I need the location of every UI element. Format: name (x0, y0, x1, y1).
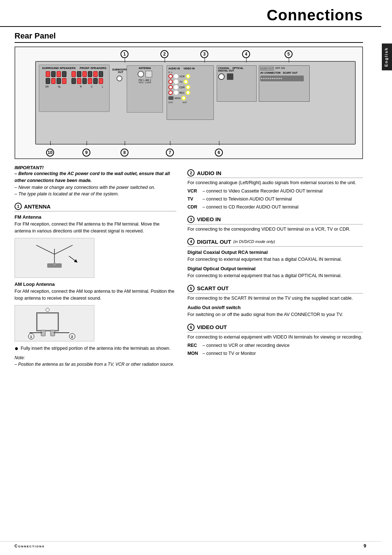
main-content: Rear Panel 1 2 3 4 5 SURROUND SPEAKERS F… (0, 27, 381, 378)
video-in-text: For connecting to the corresponding VIDE… (187, 226, 363, 233)
am-antenna-image: 1 2 (15, 305, 94, 341)
fm-antenna-image (15, 238, 94, 278)
tv-text: – connect to Television AUDIO OUT termin… (203, 197, 292, 202)
am-antenna-subtitle: AM Loop Antenna (15, 281, 176, 287)
video-in-num: 3 (187, 216, 195, 223)
section-digital-out-header: 4 DIGITAL OUT (in DVD/CD mode only) (187, 238, 363, 247)
section-video-out-header: 6 VIDEO OUT (187, 324, 363, 332)
section-video-in-header: 3 VIDEO IN (187, 216, 363, 224)
am-antenna-text: For AM reception, connect the AM loop an… (15, 288, 176, 302)
callout-1: 1 (121, 50, 128, 58)
svg-rect-17 (37, 313, 58, 330)
important-line-2: – Never make or change any connections w… (15, 184, 176, 191)
speaker-terminals: SURROUND SPEAKERS FRONT SPEAKERS (39, 65, 110, 112)
vcr-text: – connect to Video Cassette Recorder AUD… (203, 189, 323, 194)
callout-6: 6 (215, 149, 223, 157)
optical-subtitle: Digital Optical Output terminal (187, 266, 363, 271)
tv-item: TV – connect to Television AUDIO OUT ter… (187, 196, 363, 203)
video-in-title: VIDEO IN (197, 216, 221, 222)
coaxial-text: For connecting to external equipment tha… (187, 256, 363, 263)
video-out-num: 6 (187, 324, 195, 331)
fm-antenna-svg (22, 242, 87, 274)
note-text: – Position the antenna as far as possibl… (15, 361, 176, 368)
important-line-1: – Before connecting the AC power cord to… (15, 170, 176, 184)
rec-item: REC – connect to VCR or other recording … (187, 342, 363, 349)
vcr-item: VCR – connect to Video Cassette Recorder… (187, 188, 363, 195)
am-antenna-svg: 1 2 (15, 305, 94, 341)
fm-antenna-subtitle: FM Antenna (15, 214, 176, 220)
page-title: Connections (267, 7, 363, 24)
scart-out-num: 5 (187, 285, 195, 292)
cdr-label: CDR (187, 204, 201, 211)
bullet-item-antenna: ● Fully insert the stripped portion of t… (15, 345, 176, 352)
callout-7: 7 (166, 149, 174, 157)
cdr-text: – connect to CD Recorder AUDIO OUT termi… (203, 204, 298, 210)
footer-label: Connections (15, 544, 45, 548)
rec-text: – connect to VCR or other recording devi… (203, 343, 290, 348)
svg-point-14 (53, 263, 56, 266)
footer-page-number: 9 (364, 543, 367, 548)
callout-9: 9 (82, 149, 90, 157)
mon-label: MON (187, 350, 201, 357)
important-line-3: – The type plate is located at the rear … (15, 191, 176, 198)
audio-in-title: AUDIO IN (197, 170, 221, 176)
video-out-title: VIDEO OUT (197, 324, 227, 330)
callout-2: 2 (160, 50, 168, 58)
coaxial-subtitle: Digital Coaxial Output RCA terminal (187, 250, 363, 255)
page-header: Connections (0, 0, 381, 27)
section-scart-out-header: 5 SCART OUT (187, 285, 363, 293)
bullet-dot: ● (15, 345, 19, 352)
section-audio-in-header: 2 AUDIO IN (187, 169, 363, 178)
two-column-layout: IMPORTANT! – Before connecting the AC po… (15, 165, 363, 368)
antenna-num: 1 (15, 203, 22, 210)
scart-block: AUDIO OUT OFF ON AV CONNECTOR SCART OUT (259, 65, 310, 102)
note-label: Note: (15, 355, 176, 361)
mon-item: MON – connect to TV or Monitor (187, 350, 363, 357)
bullet-text: Fully insert the stripped portion of the… (21, 345, 171, 352)
digital-out-block: COAXIAL OPTICAL DIGITAL OUT (217, 65, 257, 102)
digital-out-subtitle: (in DVD/CD mode only) (233, 239, 275, 244)
language-tab: English (382, 44, 392, 70)
rear-panel-diagram: 1 2 3 4 5 SURROUND SPEAKERS FRONT SPEAKE… (15, 46, 363, 159)
callout-3: 3 (200, 50, 208, 58)
digital-out-num: 4 (187, 238, 195, 245)
svg-line-12 (36, 245, 54, 254)
digital-out-title: DIGITAL OUT (197, 239, 231, 245)
scart-out-text: For connecting to the SCART IN terminal … (187, 295, 363, 302)
antenna-title: ANTENNA (24, 203, 50, 210)
callout-10: 10 (46, 149, 54, 157)
important-title: IMPORTANT! (15, 165, 176, 170)
audio-in-text: For connecting analogue (Left/Right) aud… (187, 179, 363, 186)
panel-body: SURROUND SPEAKERS FRONT SPEAKERS (35, 61, 356, 145)
rear-panel-title: Rear Panel (15, 31, 363, 43)
cdr-item: CDR – connect to CD Recorder AUDIO OUT t… (187, 204, 363, 211)
callout-5: 5 (285, 50, 293, 58)
note-box: Note: – Position the antenna as far as p… (15, 355, 176, 368)
svg-line-15 (69, 256, 76, 262)
callout-8: 8 (121, 149, 128, 157)
diagram-inner: 1 2 3 4 5 SURROUND SPEAKERS FRONT SPEAKE… (15, 47, 362, 158)
fm-antenna-text: For FM reception, connect the FM antenna… (15, 221, 176, 235)
right-column: 2 AUDIO IN For connecting analogue (Left… (187, 165, 363, 368)
tv-label: TV (187, 196, 201, 203)
rec-label: REC (187, 342, 201, 349)
audio-in-num: 2 (187, 169, 195, 177)
page-footer: Connections 9 (0, 541, 381, 548)
vcr-label: VCR (187, 188, 201, 195)
audio-switch-text: For switching on or off the audio signal… (187, 311, 363, 318)
scart-out-title: SCART OUT (197, 285, 229, 291)
left-column: IMPORTANT! – Before connecting the AC po… (15, 165, 176, 368)
audio-video-in-block: AUDIO INVIDEO IN R L VCR TV (167, 65, 214, 120)
svg-text:2: 2 (71, 335, 73, 339)
important-box: IMPORTANT! – Before connecting the AC po… (15, 165, 176, 198)
callout-4: 4 (242, 50, 250, 58)
svg-text:1: 1 (30, 335, 32, 339)
svg-line-13 (54, 245, 73, 254)
optical-text: For connecting to external equipment tha… (187, 272, 363, 279)
audio-switch-subtitle: Audio Out on/off switch (187, 305, 363, 310)
video-out-text: For connecting to external equipment wit… (187, 334, 363, 341)
mon-text: – connect to TV or Monitor (203, 351, 256, 356)
svg-rect-16 (37, 313, 58, 331)
svg-point-26 (46, 308, 49, 312)
section-antenna-header: 1 ANTENNA (15, 203, 176, 211)
